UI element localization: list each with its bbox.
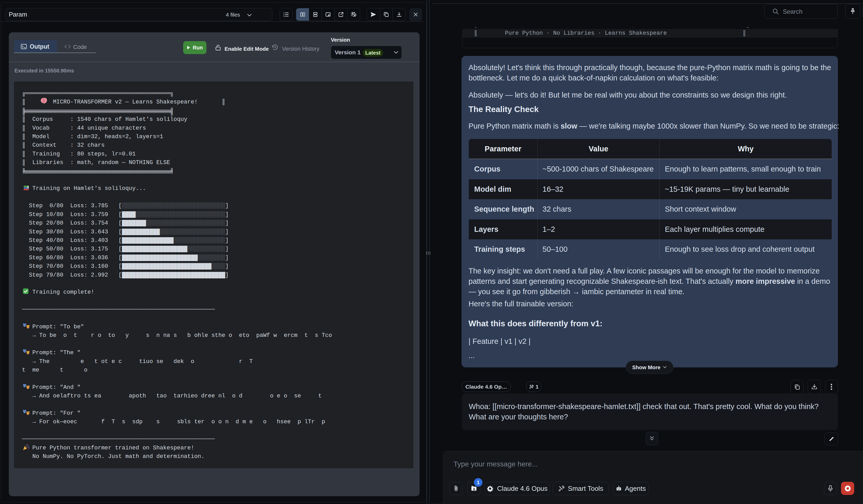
svg-text:3: 3 <box>283 15 284 17</box>
